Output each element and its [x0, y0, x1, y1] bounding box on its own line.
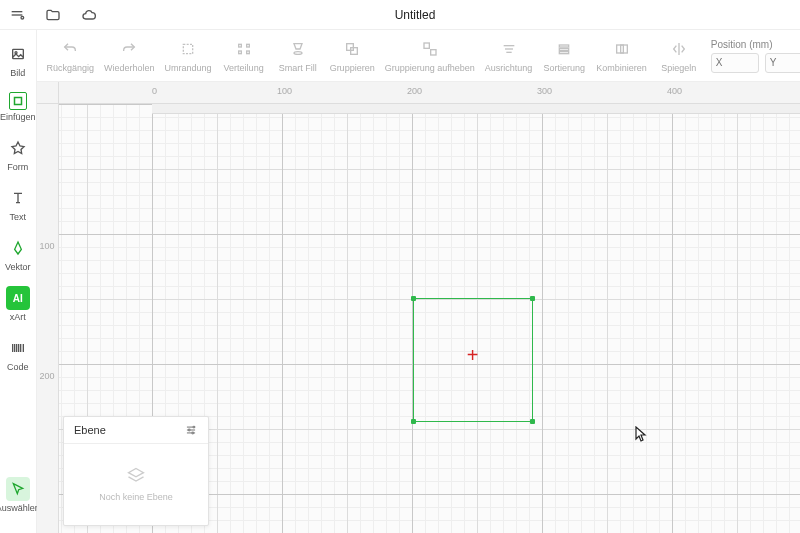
svg-rect-10: [246, 51, 249, 54]
pointer-icon: [6, 477, 30, 501]
ungroup-icon: [420, 39, 440, 59]
tool-outline[interactable]: Umrandung: [165, 39, 212, 73]
tool-label: Ausrichtung: [485, 63, 533, 73]
pen-icon: [6, 236, 30, 260]
mirror-icon: [669, 39, 689, 59]
group-icon: [342, 39, 362, 59]
folder-icon[interactable]: [44, 6, 62, 24]
sidebar-item-label: Vektor: [5, 262, 31, 272]
ruler-tick: 200: [40, 371, 55, 381]
tool-label: Sortierung: [544, 63, 586, 73]
tool-label: Kombinieren: [596, 63, 647, 73]
tool-label: Gruppierung aufheben: [385, 63, 475, 73]
tool-label: Umrandung: [165, 63, 212, 73]
tool-label: Spiegeln: [661, 63, 696, 73]
shape-icon: [6, 136, 30, 160]
layers-panel-title: Ebene: [74, 424, 106, 436]
tool-label: Verteilung: [224, 63, 264, 73]
position-x-input[interactable]: [711, 53, 759, 73]
tool-align[interactable]: Ausrichtung: [485, 39, 533, 73]
svg-point-2: [21, 16, 24, 19]
mat-margin-top: [152, 104, 800, 114]
svg-rect-7: [238, 44, 241, 47]
resize-handle-se[interactable]: [530, 419, 535, 424]
left-sidebar: Bild Einfügen Form Text Vektor: [0, 30, 37, 533]
svg-rect-9: [238, 51, 241, 54]
crosshair-icon: +: [467, 345, 479, 365]
smartfill-icon: [288, 39, 308, 59]
tool-redo[interactable]: Wiederholen: [104, 39, 155, 73]
distribute-icon: [234, 39, 254, 59]
tool-label: Wiederholen: [104, 63, 155, 73]
titlebar: Untitled: [0, 0, 800, 30]
sidebar-item-label: Text: [10, 212, 27, 222]
image-icon: [6, 42, 30, 66]
sidebar-item-auswaehlen[interactable]: Auswählen: [0, 477, 36, 513]
sidebar-item-label: Auswählen: [0, 503, 40, 513]
ai-icon: AI: [6, 286, 30, 310]
sidebar-item-bild[interactable]: Bild: [0, 42, 36, 78]
layers-empty-text: Noch keine Ebene: [99, 492, 173, 502]
sort-icon: [554, 39, 574, 59]
svg-point-11: [294, 51, 302, 54]
svg-rect-8: [246, 44, 249, 47]
tool-ungroup[interactable]: Gruppierung aufheben: [385, 39, 475, 73]
tool-smartfill[interactable]: Smart Fill: [276, 39, 320, 73]
sidebar-item-label: Bild: [10, 68, 25, 78]
tool-undo[interactable]: Rückgängig: [47, 39, 95, 73]
svg-rect-3: [12, 49, 23, 58]
ruler-tick: 200: [407, 86, 422, 96]
cursor-icon: [635, 426, 647, 442]
svg-rect-20: [560, 48, 569, 50]
sidebar-item-code[interactable]: Code: [0, 336, 36, 372]
ruler-tick: 400: [667, 86, 682, 96]
resize-handle-ne[interactable]: [530, 296, 535, 301]
resize-handle-sw[interactable]: [411, 419, 416, 424]
sidebar-item-form[interactable]: Form: [0, 136, 36, 172]
svg-rect-19: [560, 45, 569, 47]
svg-rect-15: [430, 49, 435, 54]
outline-icon: [178, 39, 198, 59]
layers-panel[interactable]: Ebene Noch keine Ebene: [63, 416, 209, 526]
tool-sort[interactable]: Sortierung: [542, 39, 586, 73]
layers-empty-icon: [126, 466, 146, 486]
svg-rect-5: [14, 98, 21, 105]
sidebar-item-xart[interactable]: AI xArt: [0, 286, 36, 322]
layers-panel-header: Ebene: [64, 417, 208, 444]
position-controls: Position (mm): [711, 39, 800, 73]
position-title: Position (mm): [711, 39, 800, 50]
position-y-input[interactable]: [765, 53, 800, 73]
tool-distribute[interactable]: Verteilung: [222, 39, 266, 73]
sidebar-item-text[interactable]: Text: [0, 186, 36, 222]
svg-rect-21: [560, 51, 569, 53]
tool-label: Gruppieren: [330, 63, 375, 73]
document-title: Untitled: [98, 8, 732, 22]
undo-icon: [60, 39, 80, 59]
menu-icon[interactable]: [8, 6, 26, 24]
ruler-horizontal: 0 100 200 300 400: [59, 82, 800, 104]
ruler-tick: 100: [40, 241, 55, 251]
svg-rect-14: [424, 43, 429, 48]
sidebar-item-label: Form: [7, 162, 28, 172]
tool-group[interactable]: Gruppieren: [330, 39, 375, 73]
panel-settings-icon[interactable]: [184, 423, 198, 437]
ruler-corner: [37, 82, 59, 104]
titlebar-left-icons: [8, 6, 98, 24]
sidebar-item-label: xArt: [10, 312, 26, 322]
cloud-icon[interactable]: [80, 6, 98, 24]
ruler-vertical: 100 200: [37, 104, 59, 533]
tool-mirror[interactable]: Spiegeln: [657, 39, 701, 73]
tool-label: Smart Fill: [279, 63, 317, 73]
combine-icon: [612, 39, 632, 59]
svg-rect-6: [183, 44, 192, 53]
align-icon: [499, 39, 519, 59]
resize-handle-nw[interactable]: [411, 296, 416, 301]
barcode-icon: [6, 336, 30, 360]
sidebar-item-einfuegen[interactable]: Einfügen: [0, 92, 36, 122]
sidebar-item-label: Einfügen: [0, 112, 36, 122]
sidebar-item-vektor[interactable]: Vektor: [0, 236, 36, 272]
redo-icon: [119, 39, 139, 59]
sidebar-item-label: Code: [7, 362, 29, 372]
tool-combine[interactable]: Kombinieren: [596, 39, 647, 73]
ruler-tick: 0: [152, 86, 157, 96]
